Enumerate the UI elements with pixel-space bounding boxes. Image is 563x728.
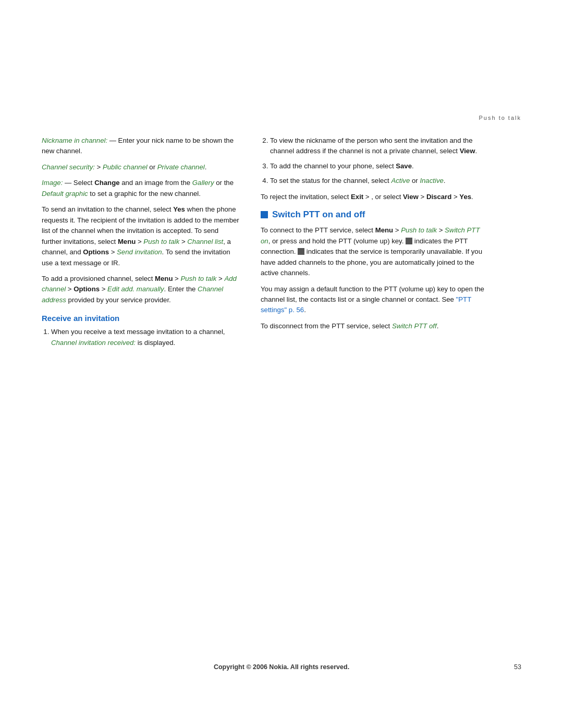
prov-arrow3: > [66, 285, 74, 293]
left-column: Nickname in channel: — Enter your nick n… [42, 135, 240, 353]
image-para: Image: — Select Change and an image from… [42, 178, 240, 199]
prov-arrow4: > [100, 285, 107, 293]
switch-para2-text: You may assign a default function to the… [261, 285, 484, 303]
switch-para2-period: . [304, 306, 306, 314]
receive-item-1: When you receive a text message invitati… [51, 327, 240, 348]
default-graphic: Default graphic [42, 190, 88, 198]
header-text: Push to talk [479, 115, 521, 121]
channel-security-label: Channel security: [42, 163, 95, 171]
change-bold: Change [94, 179, 119, 187]
save-bold: Save [396, 162, 412, 170]
item1-text2: is displayed. [136, 339, 175, 347]
switch-ptt-heading: Switch PTT on and off [261, 209, 485, 220]
yes-bold: Yes [173, 205, 185, 213]
menu-bold2: Menu [155, 275, 173, 282]
switch-ptt-link: Push to talk [401, 226, 437, 234]
send-inv-text1: To send an invitation to the channel, se… [42, 205, 173, 213]
item1-italic: Channel invitation received: [51, 339, 136, 347]
receive-list: When you receive a text message invitati… [42, 327, 240, 348]
receive-item-3: To add the channel to your phone, select… [270, 161, 485, 171]
channel-list-link: Channel list [187, 238, 223, 245]
prov-arrow1: > [173, 275, 180, 282]
switch-heading-text: Switch PTT on and off [272, 209, 365, 220]
footer-copyright: Copyright © 2006 Nokia. All rights reser… [214, 663, 349, 671]
nickname-para: Nickname in channel: — Enter your nick n… [42, 135, 240, 157]
reject-period: . [471, 193, 473, 201]
right-column: To view the nickname of the person who s… [261, 135, 485, 353]
switch-ptt-off: Switch PTT off [392, 322, 437, 330]
arrow3: > [109, 248, 117, 256]
page-header: Push to talk [479, 115, 521, 121]
switch-para2: You may assign a default function to the… [261, 284, 485, 316]
channel-security-or: or [148, 163, 157, 171]
heading-square-icon [261, 211, 268, 218]
inactive-link: Inactive [420, 177, 443, 184]
options-bold1: Options [83, 248, 109, 256]
image-dash: — Select [63, 179, 94, 187]
image-text3: to set a graphic for the new channel. [88, 190, 201, 198]
reject-text1: To reject the invitation, select [261, 193, 351, 201]
reject-or: , or select [371, 193, 403, 201]
send-invitation-para: To send an invitation to the channel, se… [42, 204, 240, 268]
discard-bold: Discard [426, 193, 451, 201]
reject-arrow3: > [451, 193, 459, 201]
ptt-icon2 [298, 248, 304, 255]
arrow1: > [136, 238, 143, 245]
yes-bold2: Yes [459, 193, 471, 201]
switch-para3-period: . [437, 322, 439, 330]
view-bold: View [460, 147, 475, 155]
item4-text1: To set the status for the channel, selec… [270, 177, 391, 184]
active-link: Active [391, 177, 410, 184]
item4-or: or [410, 177, 420, 184]
item1-text1: When you receive a text message invitati… [51, 328, 225, 336]
page: Push to talk Nickname in channel: — Ente… [0, 0, 563, 728]
gallery-label: Gallery [192, 179, 214, 187]
prov-text2: . Enter the [164, 285, 198, 293]
prov-text3: provided by your service provider. [66, 296, 171, 304]
public-channel: Public channel [103, 163, 148, 171]
view-bold2: View [403, 193, 419, 201]
channel-security-para: Channel security: > Public channel or Pr… [42, 162, 240, 172]
switch-para1: To connect to the PTT service, select Me… [261, 225, 485, 278]
prov-text1: To add a provisioned channel, select [42, 275, 155, 282]
send-invitation-link: Send invitation [117, 248, 162, 256]
nickname-label: Nickname in channel: [42, 137, 107, 144]
options-bold2: Options [74, 285, 100, 293]
page-footer: Copyright © 2006 Nokia. All rights reser… [0, 663, 563, 671]
channel-security-arrow: > [95, 163, 103, 171]
switch-text2: , or press and hold the PTT (volume up) … [268, 237, 404, 245]
menu-bold1: Menu [118, 238, 136, 245]
reject-arrow2: > [419, 193, 426, 201]
push-to-talk-link1: Push to talk [143, 238, 179, 245]
switch-para3-text1: To disconnect from the PTT service, sele… [261, 322, 392, 330]
private-channel: Private channel [157, 163, 205, 171]
reject-para: To reject the invitation, select Exit > … [261, 192, 485, 202]
exit-bold: Exit [351, 193, 363, 201]
receive-item-2: To view the nickname of the person who s… [270, 135, 485, 157]
switch-text1: To connect to the PTT service, select [261, 226, 375, 234]
image-text2: or the [214, 179, 234, 187]
switch-para3: To disconnect from the PTT service, sele… [261, 321, 485, 331]
ptt-icon1 [406, 238, 412, 244]
edit-add-link: Edit add. manually [107, 285, 164, 293]
image-text1: and an image from the [120, 179, 192, 187]
item3-text1: To add the channel to your phone, select [270, 162, 396, 170]
page-number: 53 [514, 663, 521, 671]
switch-arrow2: > [437, 226, 445, 234]
provisioned-channel-para: To add a provisioned channel, select Men… [42, 274, 240, 305]
item3-period: . [412, 162, 414, 170]
content-area: Nickname in channel: — Enter your nick n… [0, 135, 563, 353]
image-label: Image: [42, 179, 63, 187]
item2-text1: To view the nickname of the person who s… [270, 137, 473, 155]
receive-invitation-heading: Receive an invitation [42, 314, 240, 323]
receive-item-4: To set the status for the channel, selec… [270, 176, 485, 186]
item4-period: . [444, 177, 446, 184]
receive-heading-text: Receive an invitation [42, 314, 119, 323]
two-column-layout: Nickname in channel: — Enter your nick n… [42, 135, 521, 353]
channel-security-period: . [205, 163, 207, 171]
switch-menu: Menu [375, 226, 393, 234]
switch-arrow1: > [393, 226, 401, 234]
reject-arrow1: > [363, 193, 371, 201]
arrow2: > [179, 238, 187, 245]
prov-arrow2: > [216, 275, 224, 282]
